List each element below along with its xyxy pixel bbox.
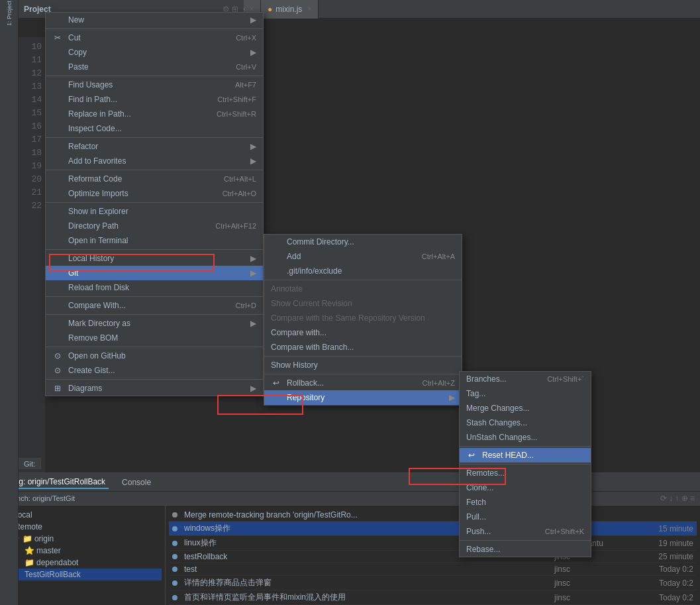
git-compare-branch[interactable]: Compare with Branch... [264,340,462,355]
ctx-github-icon: ⊙ [52,351,63,360]
repo-fetch[interactable]: Fetch [460,495,591,510]
repo-branches[interactable]: Branches... Ctrl+Shift+` [460,372,591,386]
git-sep-3 [264,374,462,374]
ctx-inspect-code[interactable]: Inspect Code... [46,121,263,136]
git-compare-repo: Compare with the Same Repository Version [264,311,462,325]
git-commit-dir[interactable]: Commit Directory... [264,235,462,249]
bottom-panel: Log: origin/TestGitRollBack Console Bran… [0,472,700,605]
repo-sep-2 [460,464,591,465]
bottom-content: ▶ Local ▼ Remote ▼ 📁 origin ⭐ master 📁 d… [0,506,700,605]
git-submenu: Commit Directory... Add Ctrl+Alt+A .git/… [264,234,462,406]
git-sep-1 [264,280,462,280]
ctx-sep-7 [46,296,263,297]
ctx-add-favorites[interactable]: Add to Favorites ▶ [46,154,263,168]
ctx-local-history[interactable]: Local History ▶ [46,251,263,266]
repo-tag[interactable]: Tag... [460,386,591,401]
ctx-sep-6 [46,249,263,250]
ctx-mark-dir[interactable]: Mark Directory as ▶ [46,316,263,331]
repo-clone[interactable]: Clone... [460,480,591,495]
bottom-tabs: Log: origin/TestGitRollBack Console [0,473,700,492]
git-exclude[interactable]: .git/info/exclude [264,264,462,278]
commit-row-homepage[interactable]: 首页和详情页监听全局事件和mixin混入的使用 jinsc Today 0:2 [169,590,697,605]
ctx-cut-icon: ✂ [52,33,63,42]
ctx-directory-path[interactable]: Directory Path Ctrl+Alt+F12 [46,219,263,233]
repo-push[interactable]: Push... Ctrl+Shift+K [460,524,591,539]
git-repository[interactable]: Repository ▶ [264,390,462,405]
repo-submenu: Branches... Ctrl+Shift+` Tag... Merge Ch… [459,371,591,557]
repo-reset-icon: ↩ [466,451,477,460]
ctx-diagrams[interactable]: ⊞ Diagrams ▶ [46,381,263,396]
ctx-reload[interactable]: Reload from Disk [46,280,263,295]
git-add[interactable]: Add Ctrl+Alt+A [264,249,462,264]
sidebar-project[interactable]: 1: Project [0,0,19,27]
repo-remotes[interactable]: Remotes... [460,466,591,480]
ctx-optimize[interactable]: Optimize Imports Ctrl+Alt+O [46,186,263,201]
ctx-paste[interactable]: Paste Ctrl+V [46,60,263,74]
ctx-diagrams-icon: ⊞ [52,384,63,393]
repo-rebase[interactable]: Rebase... [460,542,591,557]
commit-row-linux[interactable]: linux操作 jinscAtUbantu 19 minute [169,536,697,551]
commit-row-testrollback[interactable]: testRollback jinsc 25 minute [169,551,697,563]
ctx-gist-icon: ⊙ [52,366,63,375]
tree-remote[interactable]: ▼ Remote [3,521,162,533]
ctx-sep-10 [46,379,263,380]
repo-pull[interactable]: Pull... [460,510,591,524]
bottom-toolbar: Branch: origin/TestGit ⟳ ↓ ↑ ⊕ ≡ [0,492,700,506]
git-compare-with[interactable]: Compare with... [264,325,462,340]
ctx-compare[interactable]: Compare With... Ctrl+D [46,298,263,313]
repo-sep-3 [460,540,591,541]
tree-testgit[interactable]: TestGitRollBack [3,569,162,580]
repo-stash[interactable]: Stash Changes... [460,415,591,430]
left-sidebar: 1: Project [0,0,19,605]
ctx-create-gist[interactable]: ⊙ Create Gist... [46,363,263,378]
repo-merge[interactable]: Merge Changes... [460,401,591,415]
ctx-find-usages[interactable]: Find Usages Alt+F7 [46,78,263,92]
ctx-show-explorer[interactable]: Show in Explorer [46,204,263,219]
ctx-open-github[interactable]: ⊙ Open on GitHub [46,349,263,363]
ctx-sep-9 [46,347,263,347]
git-rollback[interactable]: ↩ Rollback... Ctrl+Alt+Z [264,376,462,390]
commit-row-test[interactable]: test jinsc Today 0:2 [169,563,697,576]
tree-origin[interactable]: ▼ 📁 origin [3,533,162,545]
ctx-cut[interactable]: ✂ Cut Ctrl+X [46,30,263,45]
ctx-sep-1 [46,28,263,29]
commit-row-recommend[interactable]: 详情的推荐商品点击弹窗 jinsc Today 0:2 [169,576,697,590]
git-show-revision: Show Current Revision [264,296,462,311]
git-show-history[interactable]: Show History [264,358,462,372]
git-label: Git: [19,458,41,469]
context-menu: New ▶ ✂ Cut Ctrl+X Copy ▶ Paste Ctrl+V F… [45,12,264,396]
ctx-sep-8 [46,314,263,315]
git-sep-2 [264,356,462,357]
repo-unstash[interactable]: UnStash Changes... [460,430,591,445]
ctx-git[interactable]: Git ▶ [46,266,263,280]
ctx-new[interactable]: New ▶ [46,13,263,27]
git-rollback-icon: ↩ [271,378,281,388]
commit-list: Merge remote-tracking branch 'origin/Tes… [166,506,700,605]
line-numbers: 1011121314 1516171819 202122 [19,37,45,472]
git-annotate: Annotate [264,282,462,296]
ctx-reformat[interactable]: Reformat Code Ctrl+Alt+L [46,172,263,186]
ctx-refactor[interactable]: Refactor ▶ [46,139,263,154]
tab-log[interactable]: Log: origin/TestGitRollBack [7,476,109,489]
ctx-find-in-path[interactable]: Find in Path... Ctrl+Shift+F [46,92,263,107]
tree-panel: ▶ Local ▼ Remote ▼ 📁 origin ⭐ master 📁 d… [0,506,166,605]
ctx-replace-in-path[interactable]: Replace in Path... Ctrl+Shift+R [46,107,263,121]
ctx-open-terminal[interactable]: Open in Terminal [46,233,263,248]
ctx-sep-3 [46,137,263,138]
ctx-sep-4 [46,170,263,170]
tab-console[interactable]: Console [119,476,154,488]
ctx-copy[interactable]: Copy ▶ [46,45,263,60]
commit-row-windows[interactable]: windows操作 jinsc 15 minute [169,522,697,536]
toolbar-icons: ⟳ ↓ ↑ ⊕ ≡ [660,494,695,503]
ctx-sep-2 [46,76,263,76]
commit-row-merge[interactable]: Merge remote-tracking branch 'origin/Tes… [169,509,697,522]
tree-master[interactable]: ⭐ master [3,545,162,557]
tree-local[interactable]: ▶ Local [3,509,162,521]
ctx-remove-bom[interactable]: Remove BOM [46,331,263,345]
ctx-sep-5 [46,202,263,203]
repo-reset-head[interactable]: ↩ Reset HEAD... [460,448,591,463]
tab-mixin-js[interactable]: ● mixin.js × [261,0,319,19]
repo-sep-1 [460,446,591,447]
tree-dependabot[interactable]: 📁 dependabot [3,557,162,569]
